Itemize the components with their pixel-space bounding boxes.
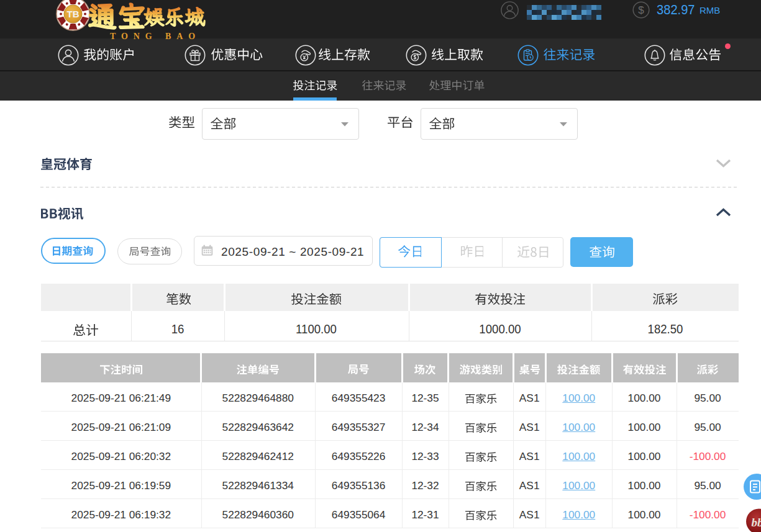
svg-text:TB: TB: [67, 9, 80, 19]
svg-text:$: $: [638, 4, 644, 16]
svg-text:bb: bb: [752, 516, 761, 529]
